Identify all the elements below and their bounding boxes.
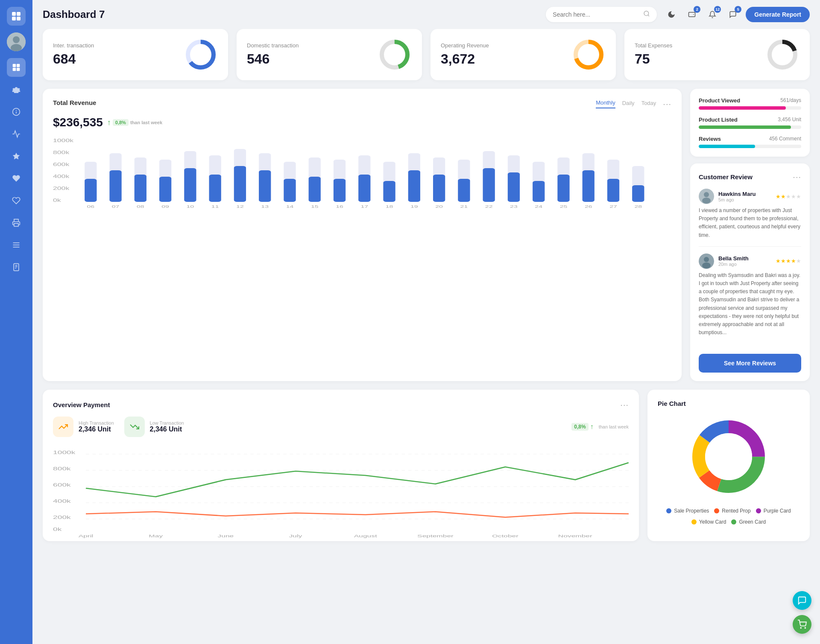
chat-icon-btn[interactable]: 5 (725, 7, 741, 22)
svg-point-108 (704, 192, 709, 197)
svg-rect-99 (583, 170, 594, 202)
tab-today[interactable]: Today (641, 100, 656, 108)
stat-reviews: Reviews 456 Comment (699, 136, 801, 148)
search-bar[interactable] (546, 7, 657, 22)
card-revenue-value: 3,672 (441, 51, 571, 67)
bell-icon-btn[interactable]: 12 (705, 7, 720, 22)
svg-text:18: 18 (386, 204, 393, 209)
tab-daily[interactable]: Daily (622, 100, 635, 108)
review-more-options[interactable]: ··· (793, 172, 801, 182)
svg-marker-14 (13, 153, 20, 160)
revenue-tabs: Monthly Daily Today ··· (596, 99, 671, 109)
reviewer2-time: 20m ago (718, 262, 771, 267)
search-input[interactable] (553, 11, 640, 18)
revenue-amount-row: $236,535 ↑ 0,8% than last week (53, 116, 671, 129)
revenue-change: ↑ 0,8% than last week (107, 118, 162, 127)
sidebar-item-settings[interactable] (7, 80, 26, 99)
svg-text:12: 12 (236, 204, 244, 209)
avatar[interactable] (7, 32, 26, 51)
svg-rect-0 (12, 12, 16, 16)
svg-text:October: October (492, 534, 518, 538)
sidebar-item-info[interactable] (7, 102, 26, 121)
svg-rect-87 (483, 168, 495, 202)
svg-text:800k: 800k (53, 466, 71, 471)
svg-rect-39 (85, 179, 97, 202)
svg-text:May: May (149, 534, 163, 538)
reviewer1-time: 5m ago (718, 197, 771, 202)
sidebar-item-dashboard[interactable] (7, 58, 26, 77)
bell-badge: 12 (714, 6, 721, 13)
low-transaction-stat: Low Transaction 2,346 Unit (124, 417, 184, 437)
sidebar-item-likes[interactable] (7, 169, 26, 188)
wallet-icon-btn[interactable]: 2 (684, 7, 700, 22)
sidebar-item-reports[interactable] (7, 258, 26, 277)
header: Dashboard 7 2 (43, 0, 810, 29)
svg-text:13: 13 (261, 204, 269, 209)
revenue-card: Total Revenue Monthly Daily Today ··· $2… (43, 89, 682, 381)
stat1-value: 561/days (780, 97, 801, 104)
legend-purple-card: Purple Card (756, 508, 791, 514)
svg-rect-8 (17, 64, 20, 67)
revenue-chart-area: 1000k 800k 600k 400k 200k 0k 06 (53, 136, 671, 204)
reviewer1-name: Hawkins Maru (718, 191, 771, 197)
sidebar-item-analytics[interactable] (7, 125, 26, 143)
svg-rect-54 (209, 175, 221, 202)
high-transaction-stat: High Transaction 2,346 Unit (53, 417, 114, 437)
svg-rect-93 (533, 181, 545, 202)
svg-rect-69 (334, 179, 346, 202)
sidebar-item-saved[interactable] (7, 191, 26, 210)
payment-title: Overview Payment (53, 401, 110, 408)
svg-text:11: 11 (211, 204, 219, 209)
sidebar (0, 0, 32, 644)
svg-text:June: June (218, 534, 234, 538)
card-inter-chart (184, 38, 218, 72)
review-title: Customer Review (699, 173, 753, 181)
card-domestic-transaction: Domestic transaction 546 (237, 29, 422, 80)
card-operating-revenue: Operating Revenue 3,672 (430, 29, 616, 80)
payment-stats: High Transaction 2,346 Unit Low Transact… (53, 417, 629, 437)
legend-rented-label: Rented Prop (722, 508, 750, 514)
legend-sale-label: Sale Properties (674, 508, 709, 514)
svg-rect-78 (408, 170, 420, 202)
card-domestic-chart (378, 38, 412, 72)
low-transaction-label: Low Transaction (150, 420, 184, 425)
stat-product-viewed: Product Viewed 561/days (699, 97, 801, 110)
card-expenses-value: 75 (635, 51, 765, 67)
tab-monthly[interactable]: Monthly (596, 99, 615, 108)
generate-report-button[interactable]: Generate Report (746, 7, 810, 22)
cart-float-button[interactable] (793, 615, 811, 634)
app-logo[interactable] (7, 7, 26, 26)
sidebar-item-menu[interactable] (7, 236, 26, 254)
content-row: Total Revenue Monthly Daily Today ··· $2… (43, 89, 810, 381)
payment-change: 0,8% ↑ (571, 423, 593, 431)
review-card: Customer Review ··· (690, 163, 810, 381)
svg-text:1000k: 1000k (53, 138, 74, 143)
sidebar-item-print[interactable] (7, 213, 26, 232)
cards-row: Inter. transaction 684 Domestic transact… (43, 29, 810, 80)
svg-rect-45 (135, 175, 146, 202)
sidebar-item-favorites[interactable] (7, 147, 26, 166)
svg-rect-102 (607, 179, 619, 202)
stats-card: Product Viewed 561/days Product Listed 3… (690, 89, 810, 157)
theme-toggle[interactable] (664, 7, 679, 22)
svg-point-5 (13, 36, 20, 43)
review-item-1: Hawkins Maru 5m ago ★★★★★ I viewed a num… (699, 189, 801, 247)
svg-text:July: July (289, 534, 302, 538)
reviewer2-avatar (699, 254, 714, 269)
payment-more-options[interactable]: ··· (620, 400, 629, 410)
high-transaction-label: High Transaction (79, 420, 114, 425)
legend-yellow-card: Yellow Card (691, 519, 726, 525)
see-more-reviews-button[interactable]: See More Reviews (699, 354, 801, 373)
revenue-more-options[interactable]: ··· (663, 99, 671, 109)
reviewer2-text: Dealing with Syamsudin and Bakri was a j… (699, 271, 801, 337)
svg-rect-60 (259, 170, 271, 202)
up-arrow-icon: ↑ (107, 118, 111, 127)
svg-text:06: 06 (87, 204, 94, 209)
svg-rect-72 (358, 175, 370, 202)
svg-text:April: April (79, 534, 94, 538)
support-float-button[interactable] (793, 591, 811, 610)
high-transaction-icon (53, 417, 73, 437)
svg-text:08: 08 (137, 204, 144, 209)
svg-rect-57 (234, 166, 246, 202)
svg-rect-84 (458, 179, 470, 202)
